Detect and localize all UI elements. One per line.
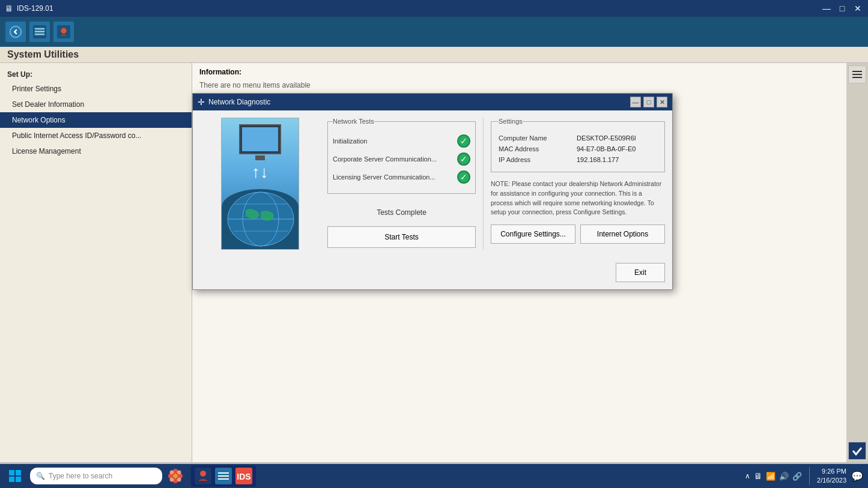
taskbar: 🔍 Type here to search <box>0 464 868 488</box>
svg-rect-18 <box>16 477 21 482</box>
info-message: There are no menu items available <box>199 81 839 89</box>
app-header: System Utilities <box>0 47 868 63</box>
dialog-settings-section: Settings Computer Name DESKTOP-E509R6I M… <box>491 118 665 250</box>
tray-wifi-icon: 📶 <box>766 472 775 481</box>
svg-point-25 <box>177 471 181 475</box>
computer-name-label: Computer Name <box>499 134 577 142</box>
dialog-title-bar: ✛ Network Diagnostic — □ ✕ <box>193 94 672 110</box>
sidebar-item-network-options[interactable]: Network Options <box>0 112 192 128</box>
svg-point-6 <box>61 28 66 34</box>
tray-chevron[interactable]: ∧ <box>745 472 750 480</box>
test-corporate-status: ✓ <box>457 152 470 166</box>
test-licensing-label: Licensing Server Communication... <box>333 173 457 181</box>
test-row-initialization: Initialization ✓ <box>333 134 470 148</box>
svg-rect-17 <box>9 477 14 482</box>
mac-address-value: 94-E7-0B-BA-0F-E0 <box>577 145 636 152</box>
dialog-tests-section: Network Tests Initialization ✓ Corporate… <box>327 118 484 250</box>
sidebar-item-license-management[interactable]: License Management <box>0 143 192 159</box>
tray-volume-icon: 🔊 <box>779 472 789 481</box>
dialog-close-button[interactable]: ✕ <box>657 97 667 107</box>
exit-row: Exit <box>200 263 665 282</box>
svg-text:IDS: IDS <box>237 472 250 481</box>
svg-rect-8 <box>852 74 862 75</box>
tray-network-icon: 🖥 <box>754 471 762 481</box>
svg-rect-32 <box>218 475 229 477</box>
ip-address-value: 192.168.1.177 <box>577 156 619 163</box>
svg-point-0 <box>10 26 21 37</box>
system-tray: ∧ 🖥 📶 🔊 🔗 <box>745 471 802 481</box>
search-placeholder: Type here to search <box>49 472 112 480</box>
right-edge-panel <box>846 63 868 462</box>
nav-button-1[interactable] <box>29 21 50 43</box>
network-tests-group: Network Tests Initialization ✓ Corporate… <box>327 118 476 194</box>
svg-rect-7 <box>852 71 862 72</box>
ids-tb-icon-3[interactable]: IDS <box>234 466 253 486</box>
ids-tb-icon-2[interactable] <box>214 466 233 486</box>
edge-list-button[interactable] <box>848 65 866 83</box>
minimize-button[interactable]: — <box>821 3 832 14</box>
search-icon: 🔍 <box>36 472 45 480</box>
title-bar-left: 🖥 IDS-129.01 <box>5 4 53 13</box>
dialog-maximize-button[interactable]: □ <box>643 97 654 107</box>
sidebar-item-dealer-info[interactable]: Set Dealer Information <box>0 97 192 112</box>
taskbar-search[interactable]: 🔍 Type here to search <box>30 468 162 484</box>
maximize-button[interactable]: □ <box>837 3 848 14</box>
sidebar-item-printer-settings[interactable]: Printer Settings <box>0 81 192 97</box>
edge-check-button[interactable] <box>848 442 866 460</box>
nav-button-2[interactable] <box>53 21 74 43</box>
svg-point-19 <box>173 474 178 478</box>
computer-name-row: Computer Name DESKTOP-E509R6I <box>499 134 657 142</box>
mac-address-label: MAC Address <box>499 145 577 152</box>
tray-divider <box>809 467 810 485</box>
configure-settings-button[interactable]: Configure Settings... <box>491 224 575 244</box>
ids-tb-icon-1[interactable] <box>193 466 213 486</box>
dialog-illustration: ↑↓ <box>200 118 320 250</box>
ip-address-row: IP Address 192.168.1.177 <box>499 156 657 163</box>
dialog-minimize-button[interactable]: — <box>630 97 641 107</box>
test-row-licensing: Licensing Server Communication... ✓ <box>333 170 470 184</box>
dialog-icon: ✛ <box>198 97 205 107</box>
tray-link-icon: 🔗 <box>792 472 802 481</box>
svg-rect-33 <box>218 478 229 480</box>
left-panel: Set Up: Printer Settings Set Dealer Info… <box>0 63 192 462</box>
test-row-corporate: Corporate Server Communication... ✓ <box>333 152 470 166</box>
back-button[interactable] <box>5 21 26 43</box>
app-toolbar <box>0 17 868 47</box>
svg-rect-4 <box>35 34 45 35</box>
dialog-footer: Exit <box>193 263 672 289</box>
clock-date: 2/16/2023 <box>817 476 846 485</box>
exit-button[interactable]: Exit <box>616 263 665 282</box>
close-window-button[interactable]: ✕ <box>852 3 863 14</box>
dialog-body: ↑↓ <box>193 110 672 257</box>
svg-rect-16 <box>16 470 21 475</box>
svg-rect-31 <box>218 472 229 474</box>
computer-name-value: DESKTOP-E509R6I <box>577 134 636 142</box>
network-diagnostic-dialog: ✛ Network Diagnostic — □ ✕ ↑↓ <box>192 93 673 290</box>
svg-point-29 <box>200 471 206 477</box>
internet-options-button[interactable]: Internet Options <box>580 224 665 244</box>
taskbar-right: ∧ 🖥 📶 🔊 🔗 9:26 PM 2/16/2023 💬 <box>745 467 868 486</box>
test-corporate-label: Corporate Server Communication... <box>333 155 457 163</box>
window-controls: — □ ✕ <box>821 3 863 14</box>
test-init-label: Initialization <box>333 137 457 145</box>
note-text: NOTE: Please contact your dealership Net… <box>491 179 665 217</box>
time-display[interactable]: 9:26 PM 2/16/2023 <box>817 467 846 486</box>
test-init-status: ✓ <box>457 134 470 148</box>
notification-icon[interactable]: 💬 <box>851 471 863 482</box>
app-title: System Utilities <box>7 49 79 59</box>
svg-point-26 <box>170 478 174 482</box>
ids-taskbar-apps: IDS <box>191 465 256 487</box>
settings-legend: Settings <box>499 118 523 125</box>
start-tests-button[interactable]: Start Tests <box>327 226 476 248</box>
start-button[interactable] <box>0 464 30 488</box>
ip-address-label: IP Address <box>499 156 577 163</box>
dialog-title: Network Diagnostic <box>208 98 270 106</box>
svg-rect-3 <box>35 31 45 32</box>
dialog-window-controls: — □ ✕ <box>630 97 667 107</box>
tests-complete-label: Tests Complete <box>327 208 476 217</box>
app-icon: 🖥 <box>5 4 13 13</box>
svg-rect-9 <box>852 77 862 78</box>
sidebar-item-public-internet[interactable]: Public Internet Access ID/Password co... <box>0 128 192 143</box>
test-licensing-status: ✓ <box>457 170 470 184</box>
flower-icon <box>165 465 186 487</box>
